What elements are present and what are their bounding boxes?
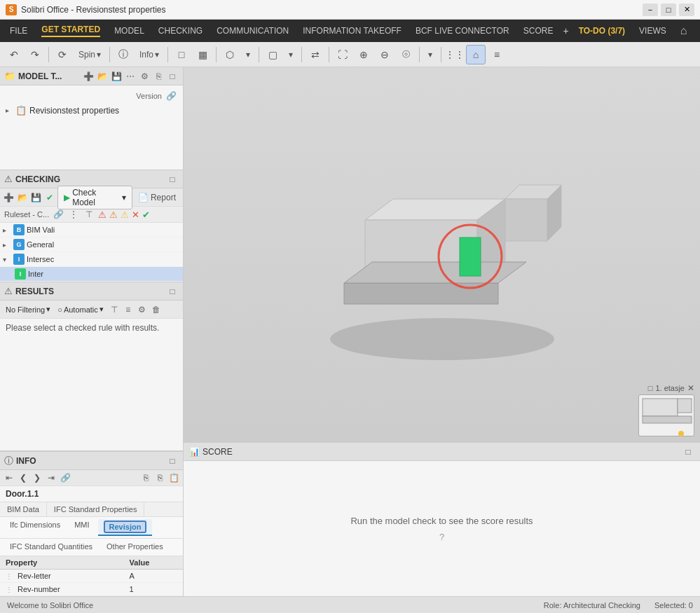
ruleset-row-bimvali[interactable]: ▸ B BIM Vali [0,223,183,237]
section-button[interactable]: ▢ [263,45,282,64]
menu-bcf-live-connector[interactable]: BCF LIVE CONNECTOR [409,22,516,40]
version-link-icon[interactable]: 🔗 [165,90,177,102]
spin-button[interactable]: ⟳ [53,45,72,64]
menu-plus[interactable]: + [560,25,571,36]
table-row[interactable]: ⋮ Rev-number 1 [0,583,183,596]
menu-views[interactable]: VIEWS [632,22,673,40]
info-subtab-revisjon[interactable]: Revisjon [98,519,153,536]
info-collapse-button[interactable]: □ [166,455,179,467]
info-tab-bim-data[interactable]: BIM Data [0,502,47,516]
menu-model[interactable]: MODEL [107,22,151,40]
nav-copy1-button[interactable]: ⎘ [139,471,152,484]
score-message: Run the model check to see the score res… [350,516,533,526]
menu-todo[interactable]: TO-DO (3/7) [572,22,632,40]
score-icon: 📊 [189,447,200,457]
flip-button[interactable]: ⇄ [306,45,325,64]
info-button[interactable]: ⓘ [114,45,133,64]
close-button[interactable]: ✕ [679,4,694,16]
info-subtab-ifc-dimensions[interactable]: Ifc Dimensions [4,519,66,536]
filter-label: No Filtering [6,305,45,314]
info-subtab-ifc-quantities[interactable]: IFC Standard Quantities [4,541,98,553]
menu-file[interactable]: FILE [3,22,34,40]
nav-next-button[interactable]: ❯ [31,471,43,484]
menu-checking[interactable]: CHECKING [151,22,210,40]
model-open-button[interactable]: 📂 [96,70,109,83]
left-panel: 📁 MODEL T... ➕ 📂 💾 ⋯ ⚙ ⎘ □ Version 🔗 [0,67,184,596]
info-tab-ifc-standard[interactable]: IFC Standard Properties [47,502,145,516]
checking-add-icon[interactable]: ➕ [3,191,15,204]
checking-save-icon[interactable]: 💾 [30,191,43,204]
minimize-button[interactable]: − [643,4,658,16]
ruleset-row-intersec[interactable]: ▾ I Intersec [0,252,183,267]
check-model-icon: ▶ [64,193,70,202]
model-save-button[interactable]: 💾 [110,70,123,83]
results-delete-icon[interactable]: 🗑 [150,303,163,316]
results-list-icon[interactable]: ≡ [122,303,135,316]
zoom-fit-button[interactable]: ⛶ [333,45,352,64]
svg-marker-4 [344,283,498,304]
model-more-button[interactable]: ⋯ [124,70,137,83]
ruleset-grid-icon[interactable]: ⋮ [67,208,80,221]
ruleset-row-inter[interactable]: I Inter [0,267,183,282]
minimap-close-button[interactable]: ✕ [687,383,694,393]
zoom-select-button[interactable]: ⦾ [396,45,416,64]
info-subtab-mmi[interactable]: MMI [69,519,95,536]
checking-section: ⚠ CHECKING □ ➕ 📂 💾 ✔ ▶ Check Model ▾ 📄 [0,170,183,282]
checking-verify-icon[interactable]: ✔ [44,191,57,204]
model-collapse-button[interactable]: □ [166,70,179,83]
select-button[interactable]: ⬡ [220,45,240,64]
zoom-in-button[interactable]: ⊕ [354,45,373,64]
info-subtab-other-properties[interactable]: Other Properties [101,541,169,553]
nav-first-button[interactable]: ⇤ [3,471,15,484]
check-model-button[interactable]: ▶ Check Model ▾ [57,186,132,209]
zoom-out-button[interactable]: ⊖ [375,45,394,64]
layers-button[interactable]: ≡ [487,45,507,64]
info-dropdown[interactable]: Info ▾ [135,48,164,62]
3d-view-button[interactable]: □ [172,45,191,64]
results-group-icon[interactable]: ⊤ [108,303,121,316]
grid-button[interactable]: ⋮⋮ [445,45,465,64]
undo-button[interactable]: ↶ [4,45,24,64]
model-copy-button[interactable]: ⎘ [152,70,165,83]
floor-plan-button[interactable]: ⌂ [466,45,486,64]
ruleset-table-icon[interactable]: ⊤ [83,208,95,221]
model-add-button[interactable]: ➕ [82,70,95,83]
score-help-icon[interactable]: ? [439,532,444,542]
maximize-button[interactable]: □ [661,4,676,16]
nav-last-button[interactable]: ⇥ [45,471,57,484]
menu-information-takeoff[interactable]: INFORMATION TAKEOFF [296,22,409,40]
menu-communication[interactable]: COMMUNICATION [210,22,296,40]
menu-score[interactable]: SCORE [516,22,561,40]
minimap-svg [639,395,695,437]
table-row[interactable]: ⋮ Rev-letter A [0,570,183,583]
ruleset-link-icon[interactable]: 🔗 [52,208,64,221]
ruleset-row-general[interactable]: ▸ G General [0,237,183,252]
version-row: Version 🔗 [0,88,183,104]
ruleset-x-icon: ✕ [132,209,139,220]
score-collapse-button[interactable]: □ [682,446,694,458]
wire-view-button[interactable]: ▦ [193,45,212,64]
model-settings-button[interactable]: ⚙ [138,70,151,83]
tree-row-revisionstest[interactable]: ▸ 📋 Revisionstest properties [0,104,183,117]
nav-link-button[interactable]: 🔗 [59,471,71,484]
checking-open-icon[interactable]: 📂 [17,191,29,204]
automatic-dropdown[interactable]: ○ Automatic ▾ [55,303,107,315]
redo-button[interactable]: ↷ [25,45,45,64]
spin-dropdown[interactable]: Spin ▾ [74,48,106,62]
results-settings-icon[interactable]: ⚙ [136,303,149,316]
filter-dropdown[interactable]: No Filtering ▾ [3,303,53,315]
report-button[interactable]: 📄 Report [134,191,180,204]
checking-collapse-button[interactable]: □ [166,173,179,186]
nav-copy2-button[interactable]: ⎘ [153,471,166,484]
nav-dropdown[interactable]: ▾ [423,48,437,62]
section-dropdown[interactable]: ▾ [284,48,298,62]
menu-home-icon[interactable]: ⌂ [673,20,694,41]
nav-prev-button[interactable]: ❮ [17,471,29,484]
nav-copy3-button[interactable]: 📋 [167,471,180,484]
table-cell-rev-letter-prop: ⋮ Rev-letter [0,570,124,583]
menu-get-started[interactable]: GET STARTED [34,20,107,41]
select-dropdown[interactable]: ▾ [241,48,255,62]
ruleset-arrow-intersec: ▾ [3,256,11,263]
results-collapse-button[interactable]: □ [166,285,179,298]
title-bar: S Solibri Office - Revisionstest propert… [0,0,700,20]
